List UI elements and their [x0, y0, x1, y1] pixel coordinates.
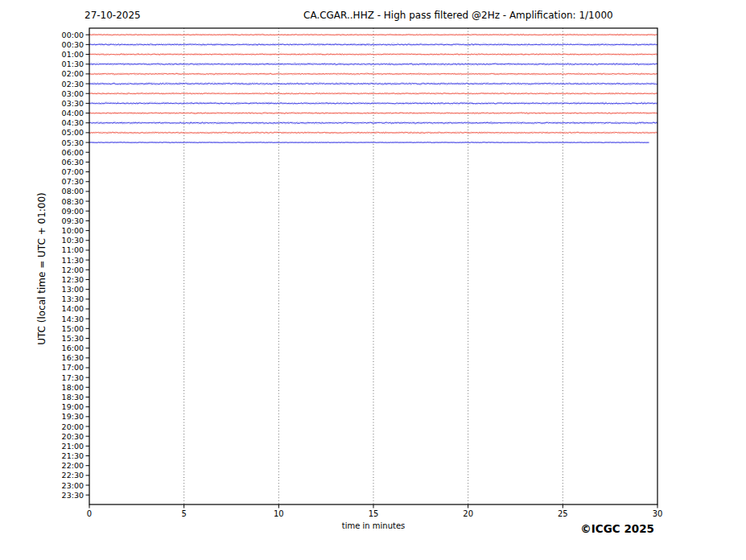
y-tick-label-0500: 05:00 [47, 128, 84, 137]
y-tick-label-2330: 23:30 [47, 491, 84, 500]
y-tick-label-1230: 12:30 [47, 275, 84, 284]
y-tick-label-0730: 07:30 [47, 177, 84, 186]
x-tick-label-0: 0 [73, 509, 105, 519]
y-tick-label-1200: 12:00 [47, 266, 84, 274]
y-tick-label-1000: 10:00 [47, 226, 84, 235]
y-tick-label-0830: 08:30 [47, 197, 84, 206]
y-tick-label-1100: 11:00 [47, 245, 84, 254]
y-tick-label-1300: 13:00 [47, 285, 84, 294]
y-tick-label-1900: 19:00 [47, 402, 84, 411]
y-tick-label-0630: 06:30 [47, 158, 84, 167]
y-tick-label-0530: 05:30 [47, 138, 84, 147]
y-tick-label-1400: 14:00 [47, 304, 84, 313]
y-tick-label-0000: 00:00 [47, 31, 84, 39]
helicorder-plot [0, 0, 746, 560]
y-tick-label-0900: 09:00 [47, 207, 84, 216]
y-tick-label-1800: 18:00 [47, 383, 84, 392]
y-tick-label-1930: 19:30 [47, 412, 84, 421]
y-tick-label-2130: 21:30 [47, 451, 84, 460]
y-tick-label-1500: 15:00 [47, 324, 84, 333]
y-tick-label-2200: 22:00 [47, 461, 84, 470]
copyright-label: ©ICGC 2025 [580, 522, 654, 535]
trace-0000-pass2 [89, 35, 657, 35]
trace-0400-pass2 [89, 113, 657, 113]
y-tick-label-2100: 21:00 [47, 442, 84, 451]
y-tick-label-0800: 08:00 [47, 187, 84, 196]
y-tick-label-2030: 20:30 [47, 432, 84, 441]
x-tick-label-5: 5 [168, 509, 200, 519]
helicorder-page: 27-10-2025 CA.CGAR..HHZ - High pass filt… [0, 0, 746, 560]
x-tick-label-25: 25 [546, 509, 579, 519]
x-tick-label-15: 15 [357, 509, 389, 519]
y-tick-label-0200: 02:00 [47, 69, 84, 78]
y-tick-label-2230: 22:30 [47, 471, 84, 480]
y-tick-label-1030: 10:30 [47, 236, 84, 245]
y-tick-label-1730: 17:30 [47, 373, 84, 382]
y-tick-label-0400: 04:00 [47, 109, 84, 117]
trace-0300-pass2 [89, 93, 657, 94]
y-tick-label-2000: 20:00 [47, 422, 84, 431]
trace-0100-pass2 [89, 54, 657, 55]
x-axis-label: time in minutes [342, 521, 406, 530]
y-tick-label-1600: 16:00 [47, 344, 84, 352]
y-tick-label-0230: 02:30 [47, 80, 84, 89]
y-tick-label-0130: 01:30 [47, 60, 84, 68]
y-tick-label-0700: 07:00 [47, 167, 84, 176]
y-tick-label-0330: 03:30 [47, 99, 84, 108]
x-tick-label-30: 30 [641, 509, 674, 519]
y-tick-label-1700: 17:00 [47, 363, 84, 372]
y-tick-label-1430: 14:30 [47, 315, 84, 323]
x-tick-label-10: 10 [262, 509, 295, 519]
y-tick-label-1630: 16:30 [47, 353, 84, 362]
y-tick-label-2300: 23:00 [47, 481, 84, 490]
y-tick-label-1330: 13:30 [47, 294, 84, 303]
y-tick-label-0430: 04:30 [47, 118, 84, 127]
y-tick-label-1130: 11:30 [47, 256, 84, 265]
y-tick-label-1530: 15:30 [47, 334, 84, 343]
y-tick-label-0930: 09:30 [47, 216, 84, 225]
y-tick-label-1830: 18:30 [47, 393, 84, 401]
x-tick-label-20: 20 [452, 509, 484, 519]
y-tick-label-0030: 00:30 [47, 40, 84, 49]
y-tick-label-0600: 06:00 [47, 148, 84, 157]
y-tick-label-0100: 01:00 [47, 50, 84, 59]
y-tick-label-0300: 03:00 [47, 89, 84, 98]
